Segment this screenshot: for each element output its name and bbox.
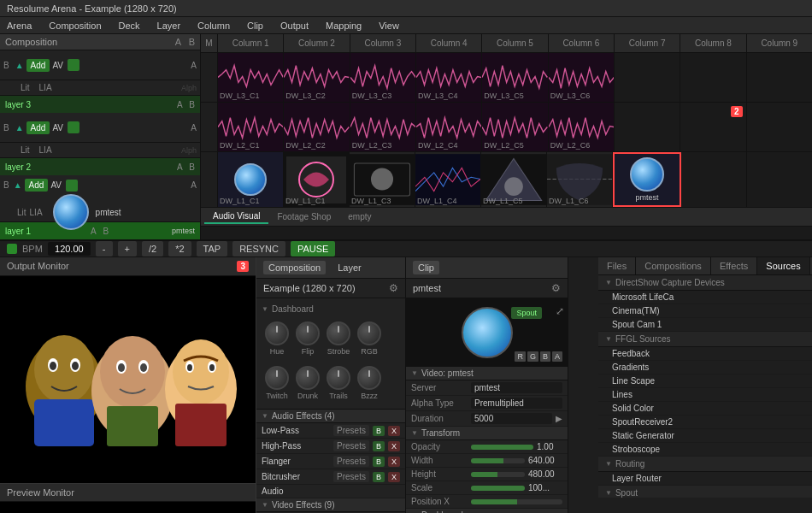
source-lines[interactable]: Lines — [598, 388, 812, 402]
effect-highpass-b[interactable]: B — [373, 441, 385, 451]
height-slider[interactable] — [471, 472, 525, 477]
menu-deck[interactable]: Deck — [115, 19, 144, 32]
effects-tab[interactable]: Effects — [711, 257, 757, 274]
resync-button[interactable]: RESYNC — [232, 241, 285, 256]
menu-layer[interactable]: Layer — [154, 19, 185, 32]
source-cinema[interactable]: Cinema(TM) — [598, 304, 812, 318]
scale-slider[interactable] — [471, 486, 525, 491]
clip-l1c8[interactable] — [681, 152, 747, 207]
effect-bitcrusher-presets[interactable]: Presets — [333, 471, 369, 482]
knob-rgb-dial[interactable] — [357, 321, 381, 345]
rgba-g[interactable]: G — [527, 351, 538, 362]
clip-l3c6[interactable]: DW_L3_C6 — [549, 53, 615, 102]
knob-hue-dial[interactable] — [265, 321, 289, 345]
menu-arena[interactable]: Arena — [3, 19, 35, 32]
sources-tab[interactable]: Sources — [757, 257, 809, 274]
duration-value[interactable]: 5000 — [471, 413, 552, 424]
clip-l1c4[interactable]: DW_L1_C4 — [415, 152, 481, 207]
effect-lowpass-x[interactable]: X — [388, 426, 400, 436]
ffgl-header[interactable]: FFGL Sources — [598, 332, 812, 347]
clip-l1c5[interactable]: DW_L1_C5 — [481, 152, 547, 207]
knob-strobe-dial[interactable] — [327, 321, 350, 345]
clip-l1c2[interactable]: DW_L1_C1 — [284, 152, 350, 207]
clip-l1c7-special[interactable]: pmtest — [613, 152, 681, 207]
clip-l3c7[interactable] — [615, 53, 680, 102]
knob-flip-dial[interactable] — [296, 321, 320, 345]
source-spoutcam[interactable]: Spout Cam 1 — [598, 318, 812, 332]
source-stroboscope[interactable]: Stroboscope — [598, 443, 812, 457]
clip-l1c3[interactable]: DW_L1_C3 — [350, 152, 415, 207]
menu-column[interactable]: Column — [194, 19, 233, 32]
compositions-tab[interactable]: Compositions — [636, 257, 711, 274]
clip-l2c4[interactable]: DW_L2_C4 — [416, 103, 482, 151]
clip-l3c5[interactable]: DW_L3_C5 — [482, 53, 548, 102]
expand-icon[interactable]: ⤢ — [556, 305, 564, 317]
knob-twitch-dial[interactable] — [265, 366, 289, 390]
comp-gear-icon[interactable]: ⚙ — [389, 282, 398, 294]
clip-gear-icon[interactable]: ⚙ — [551, 282, 561, 294]
bpm-value[interactable]: 120.00 — [48, 242, 91, 256]
clip-l2c2[interactable]: DW_L2_C2 — [284, 103, 350, 151]
layer1-x[interactable]: B — [3, 180, 9, 190]
clip-l3c4[interactable]: DW_L3_C4 — [416, 53, 482, 102]
tab-footage[interactable]: Footage Shop — [268, 210, 339, 223]
effect-highpass-x[interactable]: X — [388, 441, 400, 451]
spout-header[interactable]: Spout — [598, 486, 812, 498]
effect-flanger-b[interactable]: B — [373, 457, 385, 467]
menu-view[interactable]: View — [375, 19, 403, 32]
tap-button[interactable]: TAP — [197, 241, 228, 256]
effect-flanger-x[interactable]: X — [388, 457, 400, 467]
menu-composition[interactable]: Composition — [45, 19, 104, 32]
effect-bitcrusher-x[interactable]: X — [388, 472, 400, 482]
bpm-minus-button[interactable]: - — [96, 241, 113, 256]
effect-bitcrusher-b[interactable]: B — [373, 472, 385, 482]
knob-trails-dial[interactable] — [327, 366, 350, 390]
effect-lowpass-b[interactable]: B — [373, 426, 385, 436]
source-staticgen[interactable]: Static Generator — [598, 429, 812, 443]
layer-tab[interactable]: Layer — [332, 261, 367, 274]
posx-slider[interactable] — [471, 499, 562, 504]
clip-l2c1[interactable]: DW_L2_C1 — [218, 103, 284, 151]
comp-tab[interactable]: Composition — [263, 261, 326, 274]
pause-button[interactable]: PAUSE — [291, 241, 335, 256]
bpm-plus-button[interactable]: + — [118, 241, 137, 256]
clip-l2c7[interactable] — [615, 103, 680, 151]
knob-drunk-dial[interactable] — [296, 366, 320, 390]
menu-clip[interactable]: Clip — [244, 19, 267, 32]
menu-mapping[interactable]: Mapping — [322, 19, 365, 32]
clip-tab[interactable]: Clip — [413, 261, 439, 274]
layer3-x[interactable]: B — [3, 61, 9, 70]
source-layerrouter[interactable]: Layer Router — [598, 472, 812, 486]
clip-l1c6[interactable]: DW_L1_C6 — [547, 152, 613, 207]
tab-empty[interactable]: empty — [339, 210, 380, 223]
bpm-mul2-button[interactable]: *2 — [168, 241, 191, 256]
clip-l1c9[interactable] — [747, 152, 812, 207]
layer2-add-button[interactable]: Add — [26, 121, 50, 134]
server-value[interactable]: pmtest — [471, 382, 562, 393]
files-tab[interactable]: Files — [598, 257, 636, 274]
bpm-div2-button[interactable]: /2 — [142, 241, 163, 256]
clip-l3c9[interactable] — [747, 53, 812, 102]
clip-l2c5[interactable]: DW_L2_C5 — [482, 103, 548, 151]
clip-l2c3[interactable]: DW_L2_C3 — [350, 103, 416, 151]
source-linescape[interactable]: Line Scape — [598, 374, 812, 388]
knob-bzzz-dial[interactable] — [357, 366, 381, 390]
directshow-header[interactable]: DirectShow Capture Devices — [598, 275, 812, 291]
effect-lowpass-presets[interactable]: Presets — [333, 425, 369, 436]
clip-l3c1[interactable]: DW_L3_C1 — [218, 53, 284, 102]
layer3-add-button[interactable]: Add — [26, 59, 50, 72]
opacity-slider[interactable] — [471, 445, 533, 450]
rgba-r[interactable]: R — [515, 351, 526, 362]
clip-l3c3[interactable]: DW_L3_C3 — [350, 53, 416, 102]
source-solidcolor[interactable]: Solid Color — [598, 402, 812, 416]
width-slider[interactable] — [471, 458, 525, 463]
effect-flanger-presets[interactable]: Presets — [333, 456, 369, 467]
menu-output[interactable]: Output — [277, 19, 312, 32]
effect-highpass-presets[interactable]: Presets — [333, 440, 369, 451]
clip-l1c1[interactable]: DW_L1_C1 — [218, 152, 284, 207]
routing-header[interactable]: Routing — [598, 457, 812, 472]
clip-l3c2[interactable]: DW_L3_C2 — [284, 53, 350, 102]
source-feedback[interactable]: Feedback — [598, 347, 812, 361]
rgba-a[interactable]: A — [552, 351, 562, 362]
source-spoutreceiver[interactable]: SpoutReceiver2 — [598, 416, 812, 429]
